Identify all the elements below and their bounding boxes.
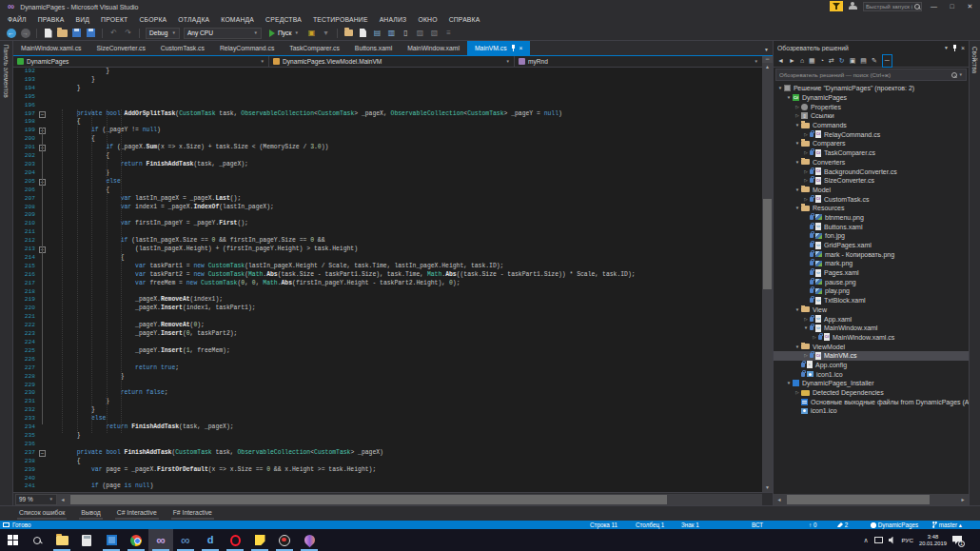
code-line[interactable]: if (lastIn_pageX.Size == 0 && firstIn_pa…	[48, 237, 773, 246]
undo-icon[interactable]: ↶	[108, 28, 119, 38]
code-line[interactable]: }	[48, 68, 773, 76]
editor-zoom-dropdown[interactable]: 99 %▼	[15, 494, 57, 505]
expander-closed-icon[interactable]: ▷	[802, 150, 810, 155]
new-item-icon[interactable]	[358, 28, 368, 38]
rebuild-icon[interactable]: ▥	[386, 28, 397, 38]
open-folder-icon[interactable]	[343, 28, 354, 38]
taskbar-d-app-icon[interactable]: d	[198, 529, 223, 551]
code-line[interactable]: _pageX.Insert(index1, taskPart1);	[48, 305, 773, 313]
search-options-caret[interactable]: ▼	[959, 72, 963, 77]
code-line[interactable]: return FinishAddTask(task, _pageX);	[48, 161, 773, 169]
git-incoming-commits[interactable]: ↑ 0	[809, 521, 816, 528]
expander-closed-icon[interactable]: ▷	[802, 197, 810, 202]
code-line[interactable]: var page = _pageX.FirstOrDefault(x => x.…	[48, 466, 773, 475]
expander-closed-icon[interactable]: ▷	[802, 317, 810, 322]
pin-tab-icon[interactable]	[511, 45, 516, 51]
scroll-left-icon[interactable]: ◄	[57, 494, 69, 505]
close-tab-icon[interactable]: ×	[519, 46, 523, 51]
comment-icon[interactable]: ▨	[415, 28, 425, 38]
navigate-back-icon[interactable]: ←	[6, 28, 16, 38]
expander-open-icon[interactable]: ▼	[794, 187, 801, 192]
refresh-icon[interactable]: ↻	[839, 55, 845, 67]
preview-selected-items-icon[interactable]: ─	[882, 54, 892, 68]
solution-platform-dropdown[interactable]: Any CPU▼	[184, 28, 262, 39]
tree-item-gridpages-xaml[interactable]: <>GridPages.xaml	[774, 241, 969, 250]
code-line[interactable]: return false;	[48, 389, 773, 398]
taskbar-chrome-icon[interactable]	[124, 529, 148, 551]
expander-closed-icon[interactable]: ▷	[802, 178, 810, 183]
code-line[interactable]: var firstIn_pageY = _pageY.First();	[48, 220, 773, 228]
code-line[interactable]	[48, 93, 773, 102]
tree-item-ссылки[interactable]: ▷[]Ссылки	[774, 111, 969, 121]
performance-profiler-icon[interactable]: ▣	[306, 28, 317, 38]
code-line[interactable]: _pageY.RemoveAt(0);	[48, 322, 773, 330]
show-all-files-icon[interactable]: ▤	[860, 55, 867, 67]
taskbar-start-icon[interactable]	[0, 529, 25, 551]
expander-closed-icon[interactable]: ▷	[794, 390, 801, 395]
code-line[interactable]: }	[48, 85, 773, 93]
tree-item-mainvm-cs[interactable]: ▷C#MainVM.cs	[774, 351, 969, 361]
code-line[interactable]: {	[48, 118, 773, 127]
git-repository[interactable]: DynamicPages	[871, 521, 918, 528]
properties-icon[interactable]: ✎	[872, 55, 877, 67]
menu-item-справка[interactable]: СПРАВКА	[449, 16, 480, 23]
quick-launch-search[interactable]: Быстрый запуск (Ctrl+Q)	[863, 2, 922, 11]
fold-collapse-icon[interactable]: −	[39, 450, 46, 457]
menu-item-вид[interactable]: ВИД	[75, 16, 89, 23]
code-editor[interactable]: 1921931941951961971981992002012022032042…	[13, 68, 773, 492]
tree-item-pause-png[interactable]: pause.png	[774, 277, 969, 286]
scroll-up-icon[interactable]: ▲	[765, 63, 770, 70]
save-icon[interactable]	[71, 28, 82, 38]
tree-item-play-png[interactable]: play.png	[774, 286, 969, 296]
new-project-icon[interactable]	[43, 28, 53, 38]
properties-vertical-tab[interactable]: Свойства	[969, 41, 980, 505]
solution-horizontal-scrollbar[interactable]: ◄ ►	[774, 494, 969, 505]
code-line[interactable]	[48, 288, 773, 297]
expander-closed-icon[interactable]: ▷	[811, 335, 818, 340]
tree-item-txtblock-xaml[interactable]: <>TxtBlock.xaml	[774, 296, 969, 305]
taskbar-paint-drop-app-icon[interactable]	[297, 529, 322, 551]
minimize-button[interactable]: —	[928, 1, 940, 11]
expander-open-icon[interactable]: ▼	[794, 206, 801, 210]
tree-item-taskcomparer-cs[interactable]: ▷C#TaskComparer.cs	[774, 148, 969, 158]
code-text[interactable]: } } } private bool AddOrSplitTask(Custom…	[48, 68, 773, 492]
tree-item-converters[interactable]: ▼Converters	[774, 158, 969, 167]
code-line[interactable]	[48, 211, 773, 220]
code-line[interactable]	[48, 441, 773, 449]
notifications-flag-icon[interactable]	[830, 1, 843, 11]
pin-panel-icon[interactable]	[952, 45, 957, 51]
code-line[interactable]: var freeMem = new CustomTask(0, 0, Math.…	[48, 280, 773, 288]
se-horizontal-scroll-thumb[interactable]	[787, 495, 930, 504]
code-line[interactable]: var taskPart2 = new CustomTask(Math.Abs(…	[48, 271, 773, 280]
restore-button[interactable]: □	[946, 1, 958, 11]
save-all-icon[interactable]	[86, 28, 96, 38]
expander-open-icon[interactable]: ▼	[776, 86, 784, 90]
expander-open-icon[interactable]: ▼	[794, 141, 801, 146]
code-line[interactable]: {	[48, 152, 773, 161]
tab-mainwindow-xaml[interactable]: MainWindow.xaml	[400, 41, 467, 55]
indent-icon[interactable]: ≡	[443, 28, 454, 38]
menu-item-проект[interactable]: ПРОЕКТ	[101, 16, 127, 23]
editor-horizontal-scrollbar[interactable]	[69, 494, 762, 505]
expander-open-icon[interactable]: ▼	[794, 344, 801, 349]
code-line[interactable]: }	[48, 373, 773, 382]
code-line[interactable]	[48, 356, 773, 364]
tree-item-app-xaml[interactable]: ▷<>App.xaml	[774, 314, 969, 324]
code-line[interactable]: (lastIn_pageX.Height) + (firstIn_pageY.H…	[48, 246, 773, 254]
code-line[interactable]	[48, 475, 773, 483]
tray-clock[interactable]: 3:48 20.01.2019	[919, 534, 947, 546]
code-line[interactable]: _pageX.RemoveAt(index1);	[48, 296, 773, 305]
code-line[interactable]: {	[48, 135, 773, 144]
volume-icon[interactable]	[889, 537, 896, 544]
project-dropdown[interactable]: DynamicPages ▼	[13, 56, 269, 68]
tree-item-btnmenu-png[interactable]: btnmenu.png	[774, 213, 969, 223]
se-back-icon[interactable]: ◄	[777, 55, 784, 67]
code-line[interactable]: }	[48, 398, 773, 406]
expander-closed-icon[interactable]: ▷	[794, 105, 801, 109]
panel-tab-c#-interactive[interactable]: C# Interactive	[115, 508, 159, 520]
code-line[interactable]	[48, 228, 773, 237]
code-line[interactable]	[48, 313, 773, 322]
code-line[interactable]: if (_pageY != null)	[48, 127, 773, 135]
se-forward-icon[interactable]: ►	[789, 55, 795, 67]
menu-item-анализ[interactable]: АНАЛИЗ	[380, 16, 407, 23]
